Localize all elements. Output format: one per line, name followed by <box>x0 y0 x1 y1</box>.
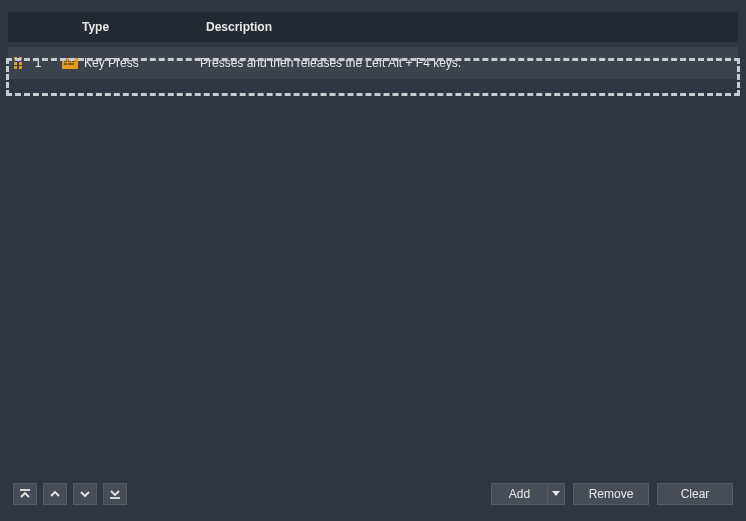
move-bottom-button[interactable] <box>103 483 127 505</box>
add-button[interactable]: Add <box>491 483 547 505</box>
chevron-down-icon <box>78 487 92 501</box>
footer-bar: Add Remove Clear <box>0 479 746 521</box>
chevron-bar-up-icon <box>18 487 32 501</box>
row-type-cell: Key Press <box>48 56 200 70</box>
move-down-button[interactable] <box>73 483 97 505</box>
drag-handle-icon[interactable] <box>8 57 28 69</box>
table-row[interactable]: 1 Key Press Presses and then releases th… <box>8 47 738 79</box>
move-up-button[interactable] <box>43 483 67 505</box>
clear-button[interactable]: Clear <box>657 483 733 505</box>
row-description: Presses and then releases the Left Alt +… <box>200 56 738 70</box>
caret-down-icon <box>552 491 560 496</box>
add-dropdown-button[interactable] <box>547 483 565 505</box>
remove-button[interactable]: Remove <box>573 483 649 505</box>
keyboard-icon <box>62 58 78 69</box>
table-header: Type Description <box>8 12 738 42</box>
row-type-label: Key Press <box>84 56 139 70</box>
chevron-bar-down-icon <box>108 487 122 501</box>
chevron-up-icon <box>48 487 62 501</box>
move-top-button[interactable] <box>13 483 37 505</box>
col-description-header[interactable]: Description <box>206 20 738 34</box>
row-index: 1 <box>28 56 48 70</box>
col-type-header[interactable]: Type <box>66 20 206 34</box>
